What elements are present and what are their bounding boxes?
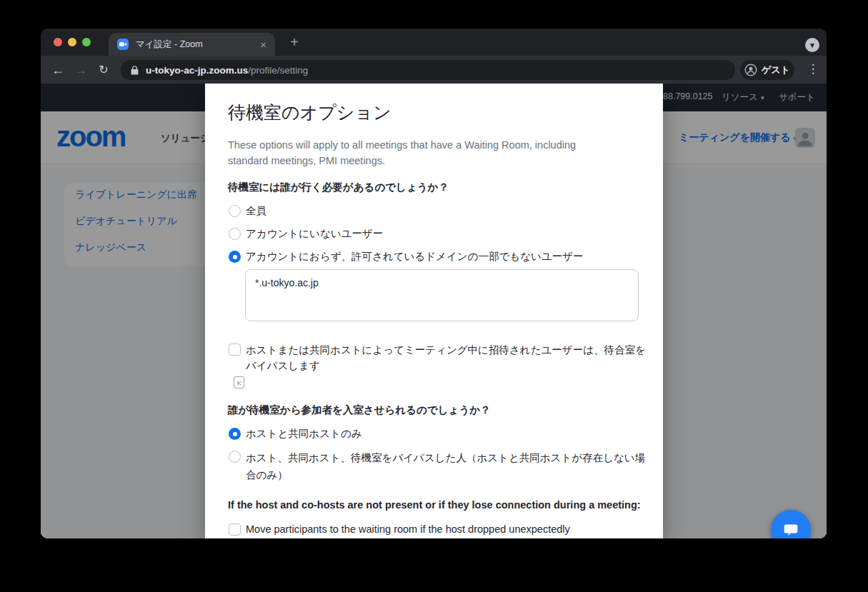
broken-image-badge: v.	[234, 376, 244, 388]
waiting-room-options-dialog: 待機室のオプション These options will apply to al…	[205, 84, 663, 538]
dialog-description: These options will apply to all meetings…	[228, 137, 617, 169]
guest-avatar-icon	[744, 64, 757, 76]
checkbox-bypass-invited-users[interactable]: ホストまたは共同ホストによってミーティング中に招待されたユーザーは、待合室をバイ…	[229, 342, 652, 373]
new-tab-button[interactable]: +	[287, 36, 301, 50]
reload-button[interactable]: ↻	[96, 62, 111, 78]
question-who-goes-to-waiting-room: 待機室には誰が行く必要があるのでしょうか？	[228, 181, 449, 194]
guest-label: ゲスト	[762, 64, 790, 76]
checkbox-control[interactable]	[229, 523, 241, 536]
dialog-title: 待機室のオプション	[228, 101, 391, 124]
chat-bubble-icon	[782, 521, 799, 538]
radio-option-host-cohosts-only[interactable]: ホストと共同ホストのみ	[229, 426, 362, 441]
back-button[interactable]: ←	[50, 62, 66, 78]
allowed-domains-input[interactable]: *.u-tokyo.ac.jp	[245, 269, 639, 321]
browser-tab[interactable]: マイ設定 - Zoom ×	[109, 33, 275, 56]
url-text: u-tokyo-ac-jp.zoom.us/profile/setting	[146, 65, 308, 76]
forward-button: →	[73, 62, 89, 78]
radio-option-everyone[interactable]: 全員	[229, 204, 266, 219]
checkbox-move-participants[interactable]: Move participants to the waiting room if…	[229, 522, 570, 537]
window-close-button[interactable]	[54, 38, 62, 46]
tab-title: マイ設定 - Zoom	[136, 39, 253, 51]
profile-button[interactable]: ゲスト	[740, 60, 794, 80]
tab-close-icon[interactable]: ×	[260, 39, 266, 50]
lock-icon	[131, 66, 139, 75]
url-path: /profile/setting	[248, 65, 308, 76]
radio-option-users-not-in-allowed-domains[interactable]: アカウントにおらず、許可されているドメインの一部でもないユーザー	[229, 249, 584, 264]
radio-control[interactable]	[229, 451, 241, 463]
caret-down-icon: ▼	[809, 41, 816, 49]
checkbox-control[interactable]	[229, 343, 241, 356]
radio-control-selected[interactable]	[229, 428, 241, 440]
address-bar[interactable]: u-tokyo-ac-jp.zoom.us/profile/setting	[121, 60, 735, 80]
tab-strip: マイ設定 - Zoom × + ▼	[41, 29, 827, 56]
window-controls	[54, 38, 91, 46]
zoom-favicon-icon	[117, 39, 129, 50]
radio-control[interactable]	[229, 205, 241, 217]
radio-control-selected[interactable]	[229, 251, 241, 263]
radio-option-users-not-in-account[interactable]: アカウントにいないユーザー	[229, 226, 383, 241]
desktop-background: マイ設定 - Zoom × + ▼ ← → ↻ u-tokyo-ac-jp.zo…	[0, 0, 868, 592]
url-host: u-tokyo-ac-jp.zoom.us	[146, 65, 248, 76]
question-host-not-present: If the host and co-hosts are not present…	[228, 499, 641, 511]
browser-menu-button[interactable]: ⋮	[807, 61, 819, 77]
radio-control[interactable]	[229, 228, 241, 240]
window-minimize-button[interactable]	[68, 38, 76, 46]
browser-window: マイ設定 - Zoom × + ▼ ← → ↻ u-tokyo-ac-jp.zo…	[41, 29, 827, 538]
question-who-can-admit: 誰が待機室から参加者を入室させられるのでしょうか？	[228, 403, 491, 417]
tab-search-button[interactable]: ▼	[805, 38, 819, 52]
radio-option-host-cohosts-bypassed[interactable]: ホスト、共同ホスト、待機室をバイパスした人（ホストと共同ホストが存在しない場合の…	[229, 449, 653, 483]
browser-toolbar: ← → ↻ u-tokyo-ac-jp.zoom.us/profile/sett…	[41, 56, 827, 84]
window-zoom-button[interactable]	[82, 38, 91, 46]
page-content: 88.799.0125 リソース▾ サポート zoom ソリューション ミーティ…	[41, 84, 827, 538]
